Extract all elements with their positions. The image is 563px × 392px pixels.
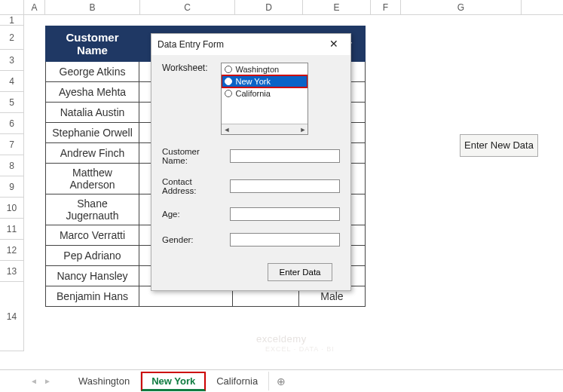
row-header-6[interactable]: 6: [0, 113, 24, 134]
contact-address-label: Contact Address:: [162, 177, 224, 195]
radio-icon: [225, 66, 232, 73]
contact-address-input[interactable]: [230, 179, 340, 193]
dialog-titlebar[interactable]: Data Entry Form ✕: [151, 34, 350, 55]
tab-prev-icon[interactable]: ◄: [30, 377, 38, 385]
customer-name-input[interactable]: [230, 149, 340, 163]
option-label: New York: [235, 77, 270, 86]
sheet-tab-california[interactable]: California: [206, 372, 269, 390]
option-label: California: [235, 89, 270, 98]
row-header-1[interactable]: 1: [0, 15, 24, 26]
enter-new-data-button[interactable]: Enter New Data: [460, 134, 538, 157]
cell-name[interactable]: Nancy Hansley: [46, 266, 139, 286]
worksheet-label: Worksheet:: [162, 63, 207, 73]
row-header-13[interactable]: 13: [0, 261, 24, 282]
option-label: Washington: [235, 65, 279, 74]
column-headers: A B C D E F G: [0, 0, 563, 15]
row-header-8[interactable]: 8: [0, 155, 24, 176]
row-header-4[interactable]: 4: [0, 71, 24, 92]
cell-name[interactable]: Benjamin Hans: [46, 286, 139, 307]
scroll-left-icon[interactable]: ◄: [223, 126, 230, 133]
col-header-C[interactable]: C: [140, 0, 235, 14]
row-header-7[interactable]: 7: [0, 134, 24, 155]
add-sheet-button[interactable]: ⊕: [269, 372, 293, 390]
cell-name[interactable]: Pep Adriano: [46, 246, 139, 266]
scroll-right-icon[interactable]: ►: [300, 126, 307, 133]
age-input[interactable]: [230, 207, 340, 221]
radio-icon: [225, 78, 232, 85]
row-header-9[interactable]: 9: [0, 176, 24, 198]
sheet-tab-newyork[interactable]: New York: [141, 372, 206, 391]
age-label: Age:: [162, 210, 224, 219]
row-header-11[interactable]: 11: [0, 219, 24, 240]
row-header-5[interactable]: 5: [0, 92, 24, 113]
watermark-subtext: EXCEL · DATA · BI: [265, 345, 335, 353]
col-header-E[interactable]: E: [303, 0, 371, 14]
th-customer-name: Customer Name: [46, 26, 139, 62]
gender-input[interactable]: [230, 233, 340, 247]
cell-name[interactable]: Ayesha Mehta: [46, 82, 139, 103]
cell-name[interactable]: George Atkins: [46, 62, 139, 82]
sheet-tab-washington[interactable]: Washington: [68, 372, 141, 390]
worksheet-option-california[interactable]: California: [222, 87, 308, 100]
row-header-14[interactable]: 14: [0, 282, 24, 351]
worksheet-listbox[interactable]: Washington New York California ◄ ►: [221, 63, 308, 135]
cell-name[interactable]: Natalia Austin: [46, 103, 139, 123]
col-header-F[interactable]: F: [371, 0, 401, 14]
listbox-h-scrollbar[interactable]: ◄ ►: [222, 124, 308, 134]
col-header-G[interactable]: G: [401, 0, 522, 14]
radio-icon: [225, 90, 232, 97]
watermark-text: exceldemy: [256, 333, 307, 345]
cell-name[interactable]: Marco Verratti: [46, 225, 139, 246]
sheet-tab-bar: ◄ ► Washington New York California ⊕: [0, 369, 563, 392]
tab-next-icon[interactable]: ►: [44, 377, 51, 385]
close-icon[interactable]: ✕: [323, 37, 344, 52]
col-header-A[interactable]: A: [24, 0, 45, 14]
tab-nav-arrows[interactable]: ◄ ►: [30, 377, 68, 385]
dialog-title-text: Data Entry Form: [158, 39, 224, 50]
enter-data-button[interactable]: Enter Data: [268, 263, 332, 281]
cell-name[interactable]: Andrew Finch: [46, 143, 139, 164]
select-all-corner[interactable]: [0, 0, 24, 14]
data-entry-form-dialog: Data Entry Form ✕ Worksheet: Washington …: [151, 33, 351, 291]
worksheet-option-newyork[interactable]: New York: [222, 75, 308, 87]
cell-name[interactable]: Stephanie Orwell: [46, 123, 139, 143]
row-header-12[interactable]: 12: [0, 240, 24, 261]
col-header-D[interactable]: D: [235, 0, 303, 14]
col-header-B[interactable]: B: [45, 0, 140, 14]
row-header-2[interactable]: 2: [0, 26, 24, 50]
row-headers: 1 2 3 4 5 6 7 8 9 10 11 12 13 14: [0, 15, 24, 351]
cell-name[interactable]: Shane Jugernauth: [46, 194, 139, 225]
worksheet-option-washington[interactable]: Washington: [222, 63, 308, 75]
customer-name-label: Customer Name:: [162, 147, 224, 165]
gender-label: Gender:: [162, 235, 224, 244]
row-header-3[interactable]: 3: [0, 50, 24, 71]
cell-name[interactable]: Matthew Anderson: [46, 164, 139, 194]
row-header-10[interactable]: 10: [0, 198, 24, 219]
